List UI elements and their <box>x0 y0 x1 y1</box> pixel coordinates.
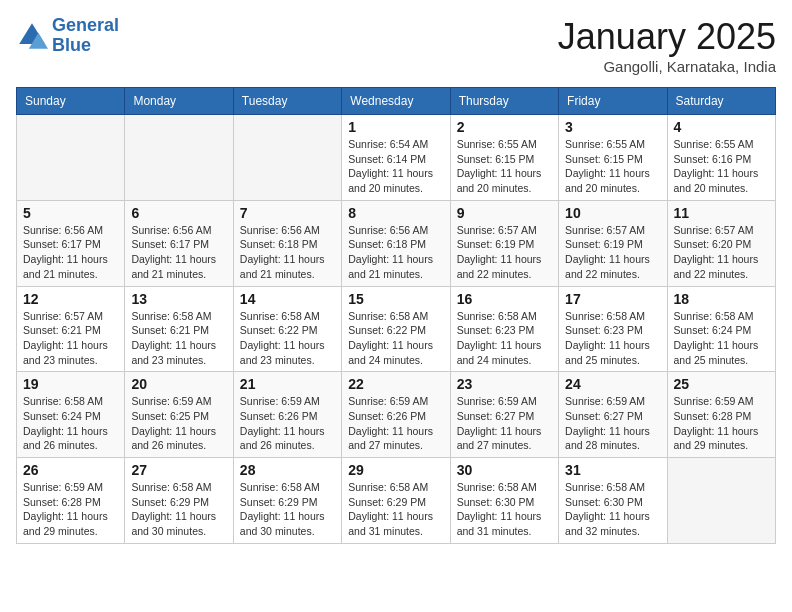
day-info: Sunrise: 6:59 AMSunset: 6:27 PMDaylight:… <box>565 394 660 453</box>
day-number: 20 <box>131 376 226 392</box>
day-number: 12 <box>23 291 118 307</box>
header-day-monday: Monday <box>125 88 233 115</box>
day-number: 27 <box>131 462 226 478</box>
day-info: Sunrise: 6:58 AMSunset: 6:29 PMDaylight:… <box>131 480 226 539</box>
day-info: Sunrise: 6:57 AMSunset: 6:19 PMDaylight:… <box>565 223 660 282</box>
day-info: Sunrise: 6:58 AMSunset: 6:30 PMDaylight:… <box>457 480 552 539</box>
header-day-tuesday: Tuesday <box>233 88 341 115</box>
day-info: Sunrise: 6:58 AMSunset: 6:29 PMDaylight:… <box>240 480 335 539</box>
day-info: Sunrise: 6:57 AMSunset: 6:19 PMDaylight:… <box>457 223 552 282</box>
calendar-cell: 14Sunrise: 6:58 AMSunset: 6:22 PMDayligh… <box>233 286 341 372</box>
day-info: Sunrise: 6:58 AMSunset: 6:23 PMDaylight:… <box>457 309 552 368</box>
day-info: Sunrise: 6:58 AMSunset: 6:21 PMDaylight:… <box>131 309 226 368</box>
day-info: Sunrise: 6:55 AMSunset: 6:15 PMDaylight:… <box>457 137 552 196</box>
week-row-3: 12Sunrise: 6:57 AMSunset: 6:21 PMDayligh… <box>17 286 776 372</box>
week-row-5: 26Sunrise: 6:59 AMSunset: 6:28 PMDayligh… <box>17 458 776 544</box>
logo: General Blue <box>16 16 119 56</box>
calendar-cell: 25Sunrise: 6:59 AMSunset: 6:28 PMDayligh… <box>667 372 775 458</box>
day-number: 1 <box>348 119 443 135</box>
day-info: Sunrise: 6:57 AMSunset: 6:20 PMDaylight:… <box>674 223 769 282</box>
week-row-4: 19Sunrise: 6:58 AMSunset: 6:24 PMDayligh… <box>17 372 776 458</box>
calendar-cell: 24Sunrise: 6:59 AMSunset: 6:27 PMDayligh… <box>559 372 667 458</box>
day-info: Sunrise: 6:59 AMSunset: 6:26 PMDaylight:… <box>348 394 443 453</box>
day-info: Sunrise: 6:56 AMSunset: 6:17 PMDaylight:… <box>23 223 118 282</box>
day-info: Sunrise: 6:56 AMSunset: 6:18 PMDaylight:… <box>240 223 335 282</box>
calendar-cell: 7Sunrise: 6:56 AMSunset: 6:18 PMDaylight… <box>233 200 341 286</box>
header-day-wednesday: Wednesday <box>342 88 450 115</box>
day-number: 6 <box>131 205 226 221</box>
day-number: 30 <box>457 462 552 478</box>
day-number: 13 <box>131 291 226 307</box>
calendar-cell: 5Sunrise: 6:56 AMSunset: 6:17 PMDaylight… <box>17 200 125 286</box>
day-number: 23 <box>457 376 552 392</box>
calendar-cell: 15Sunrise: 6:58 AMSunset: 6:22 PMDayligh… <box>342 286 450 372</box>
calendar-cell: 8Sunrise: 6:56 AMSunset: 6:18 PMDaylight… <box>342 200 450 286</box>
day-number: 10 <box>565 205 660 221</box>
title-block: January 2025 Gangolli, Karnataka, India <box>558 16 776 75</box>
day-number: 18 <box>674 291 769 307</box>
calendar-cell: 6Sunrise: 6:56 AMSunset: 6:17 PMDaylight… <box>125 200 233 286</box>
calendar-table: SundayMondayTuesdayWednesdayThursdayFrid… <box>16 87 776 544</box>
day-number: 19 <box>23 376 118 392</box>
week-row-1: 1Sunrise: 6:54 AMSunset: 6:14 PMDaylight… <box>17 115 776 201</box>
day-info: Sunrise: 6:59 AMSunset: 6:28 PMDaylight:… <box>674 394 769 453</box>
calendar-cell: 31Sunrise: 6:58 AMSunset: 6:30 PMDayligh… <box>559 458 667 544</box>
calendar-cell: 22Sunrise: 6:59 AMSunset: 6:26 PMDayligh… <box>342 372 450 458</box>
day-info: Sunrise: 6:58 AMSunset: 6:29 PMDaylight:… <box>348 480 443 539</box>
day-info: Sunrise: 6:56 AMSunset: 6:17 PMDaylight:… <box>131 223 226 282</box>
day-number: 29 <box>348 462 443 478</box>
calendar-cell: 11Sunrise: 6:57 AMSunset: 6:20 PMDayligh… <box>667 200 775 286</box>
day-number: 31 <box>565 462 660 478</box>
day-number: 15 <box>348 291 443 307</box>
day-number: 24 <box>565 376 660 392</box>
calendar-cell: 13Sunrise: 6:58 AMSunset: 6:21 PMDayligh… <box>125 286 233 372</box>
day-info: Sunrise: 6:58 AMSunset: 6:24 PMDaylight:… <box>23 394 118 453</box>
calendar-body: 1Sunrise: 6:54 AMSunset: 6:14 PMDaylight… <box>17 115 776 544</box>
calendar-header: SundayMondayTuesdayWednesdayThursdayFrid… <box>17 88 776 115</box>
day-info: Sunrise: 6:59 AMSunset: 6:25 PMDaylight:… <box>131 394 226 453</box>
day-number: 9 <box>457 205 552 221</box>
day-number: 8 <box>348 205 443 221</box>
calendar-cell: 4Sunrise: 6:55 AMSunset: 6:16 PMDaylight… <box>667 115 775 201</box>
header-day-sunday: Sunday <box>17 88 125 115</box>
day-number: 14 <box>240 291 335 307</box>
day-number: 16 <box>457 291 552 307</box>
day-info: Sunrise: 6:57 AMSunset: 6:21 PMDaylight:… <box>23 309 118 368</box>
page-header: General Blue January 2025 Gangolli, Karn… <box>16 16 776 75</box>
day-info: Sunrise: 6:59 AMSunset: 6:27 PMDaylight:… <box>457 394 552 453</box>
day-number: 17 <box>565 291 660 307</box>
day-info: Sunrise: 6:58 AMSunset: 6:23 PMDaylight:… <box>565 309 660 368</box>
day-number: 4 <box>674 119 769 135</box>
logo-text: General Blue <box>52 16 119 56</box>
day-number: 7 <box>240 205 335 221</box>
calendar-cell: 17Sunrise: 6:58 AMSunset: 6:23 PMDayligh… <box>559 286 667 372</box>
day-info: Sunrise: 6:55 AMSunset: 6:16 PMDaylight:… <box>674 137 769 196</box>
day-info: Sunrise: 6:55 AMSunset: 6:15 PMDaylight:… <box>565 137 660 196</box>
calendar-cell: 2Sunrise: 6:55 AMSunset: 6:15 PMDaylight… <box>450 115 558 201</box>
day-number: 22 <box>348 376 443 392</box>
calendar-cell: 10Sunrise: 6:57 AMSunset: 6:19 PMDayligh… <box>559 200 667 286</box>
day-number: 21 <box>240 376 335 392</box>
header-day-saturday: Saturday <box>667 88 775 115</box>
calendar-cell: 1Sunrise: 6:54 AMSunset: 6:14 PMDaylight… <box>342 115 450 201</box>
day-number: 28 <box>240 462 335 478</box>
day-info: Sunrise: 6:58 AMSunset: 6:22 PMDaylight:… <box>348 309 443 368</box>
calendar-cell: 30Sunrise: 6:58 AMSunset: 6:30 PMDayligh… <box>450 458 558 544</box>
day-number: 5 <box>23 205 118 221</box>
month-title: January 2025 <box>558 16 776 58</box>
day-number: 2 <box>457 119 552 135</box>
day-number: 11 <box>674 205 769 221</box>
header-day-friday: Friday <box>559 88 667 115</box>
day-info: Sunrise: 6:58 AMSunset: 6:30 PMDaylight:… <box>565 480 660 539</box>
calendar-cell <box>17 115 125 201</box>
header-row: SundayMondayTuesdayWednesdayThursdayFrid… <box>17 88 776 115</box>
logo-icon <box>16 20 48 52</box>
calendar-cell: 18Sunrise: 6:58 AMSunset: 6:24 PMDayligh… <box>667 286 775 372</box>
day-number: 26 <box>23 462 118 478</box>
day-info: Sunrise: 6:56 AMSunset: 6:18 PMDaylight:… <box>348 223 443 282</box>
day-info: Sunrise: 6:59 AMSunset: 6:28 PMDaylight:… <box>23 480 118 539</box>
calendar-cell: 21Sunrise: 6:59 AMSunset: 6:26 PMDayligh… <box>233 372 341 458</box>
calendar-cell: 3Sunrise: 6:55 AMSunset: 6:15 PMDaylight… <box>559 115 667 201</box>
location: Gangolli, Karnataka, India <box>558 58 776 75</box>
calendar-cell: 20Sunrise: 6:59 AMSunset: 6:25 PMDayligh… <box>125 372 233 458</box>
